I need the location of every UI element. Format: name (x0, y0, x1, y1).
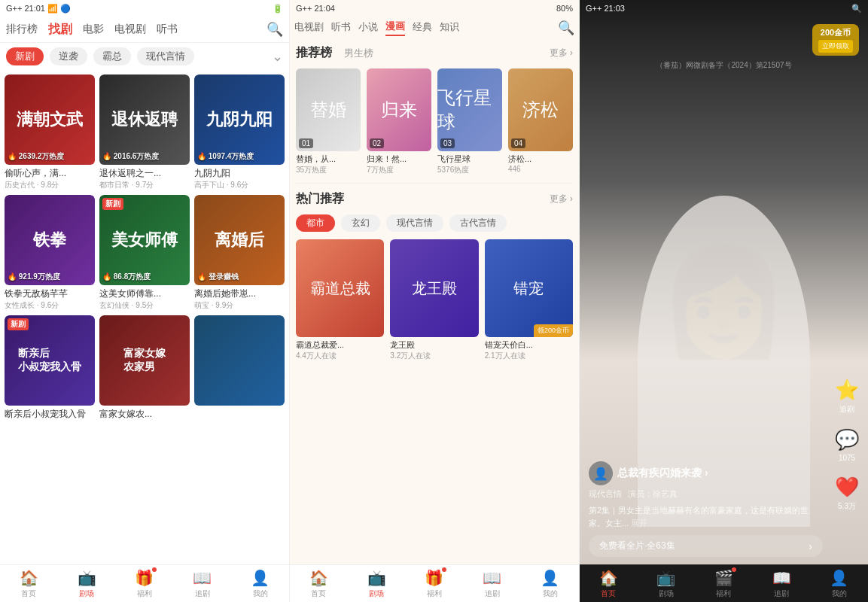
p2-manga-4[interactable]: 济松 04 济松... 446 (508, 68, 573, 175)
p1-bnav-mine[interactable]: 👤 我的 (231, 569, 289, 599)
p1-card-5-cover: 新剧 美女师傅 🔥 86.8万热度 (99, 195, 190, 285)
p1-card-4[interactable]: 铁拳 🔥 921.9万热度 铁拳无敌杨芊芊 女性成长 · 9.6分 (5, 195, 95, 311)
p1-card-1[interactable]: 满朝文武 🔥 2639.2万热度 偷听心声，满... 历史古代 · 9.8分 (5, 74, 95, 190)
p3-gold-claim-btn[interactable]: 立即领取 (818, 40, 853, 53)
p3-bnav-theater-label: 剧场 (659, 588, 674, 599)
p3-bnav-theater[interactable]: 📺 剧场 (638, 569, 696, 599)
p1-nav-listen[interactable]: 听书 (157, 23, 178, 36)
p2-bnav-home[interactable]: 🏠 首页 (290, 569, 348, 599)
p2-nav-novel[interactable]: 小说 (358, 20, 378, 35)
p1-card-2[interactable]: 退休返聘 🔥 2016.6万热度 退休返聘之一... 都市日常 · 9.7分 (99, 74, 190, 190)
p3-action-follow[interactable]: ⭐ 追剧 (835, 379, 859, 415)
p2-chip-dushi[interactable]: 都市 (296, 214, 335, 232)
p2-bnav-theater-label: 剧场 (369, 588, 384, 599)
p2-chip-romance[interactable]: 现代言情 (386, 214, 443, 232)
p1-bnav-follow[interactable]: 📖 追剧 (173, 569, 231, 599)
p1-filter-romance[interactable]: 现代言情 (137, 47, 194, 65)
p2-hot-3[interactable]: 错宠 领200金币 错宠天价白... 2.1万人在读 (485, 239, 573, 361)
p3-bnav-follow[interactable]: 📖 追剧 (753, 569, 811, 599)
p1-bt-icon: 🔵 (60, 4, 71, 14)
p1-nav-bar: 排行榜 找剧 电影 电视剧 听书 🔍 (0, 17, 289, 43)
p1-card-9[interactable] (194, 315, 285, 421)
p2-bnav-follow[interactable]: 📖 追剧 (463, 569, 521, 599)
p1-nav-movie[interactable]: 电影 (83, 23, 104, 36)
p2-nav-tvshow[interactable]: 电视剧 (294, 20, 324, 35)
p1-search-icon[interactable]: 🔍 (266, 21, 283, 38)
p2-bnav-theater[interactable]: 📺 剧场 (348, 569, 406, 599)
p3-tag-genre: 现代言情 (589, 488, 622, 500)
p1-card-5[interactable]: 新剧 美女师傅 🔥 86.8万热度 这美女师傅靠... 玄幻仙侠 · 9.5分 (99, 195, 190, 311)
p2-manga-4-heat: 446 (508, 165, 573, 173)
p2-hot-1[interactable]: 霸道总裁 霸道总裁爱... 4.4万人在读 (296, 239, 384, 361)
p3-search-icon[interactable]: 🔍 (851, 4, 862, 14)
p1-filter-bazu[interactable]: 霸总 (93, 47, 131, 65)
p2-nav-bar: 电视剧 听书 小说 漫画 经典 知识 🔍 (290, 17, 579, 39)
p1-bnav-theater[interactable]: 📺 剧场 (58, 569, 116, 599)
p1-filter-more-icon[interactable]: ⌄ (272, 48, 283, 65)
p2-manga-2[interactable]: 归来 02 归来！然... 7万热度 (367, 68, 431, 175)
p3-desc-expand[interactable]: 展开 (631, 518, 647, 528)
p3-gold-badge[interactable]: 200金币 立即领取 (812, 24, 859, 56)
p2-bnav-welfare[interactable]: 🎁 福利 (406, 569, 464, 599)
p3-time: G++ 21:03 (586, 4, 625, 13)
p3-bnav-mine-label: 我的 (832, 588, 847, 599)
p1-bnav-welfare[interactable]: 🎁 福利 (116, 569, 174, 599)
p2-chip-xuanhuan[interactable]: 玄幻 (341, 214, 380, 232)
p2-bnav-mine[interactable]: 👤 我的 (521, 569, 579, 599)
p1-card-6[interactable]: 离婚后 🔥 登录赚钱 离婚后她带崽... 萌宝 · 9.9分 (194, 195, 285, 311)
p1-nav-findshow[interactable]: 找剧 (48, 22, 72, 38)
p3-welfare-icon: 🎬 (714, 569, 733, 587)
p2-welfare-icon: 🎁 (425, 569, 443, 587)
p2-recommend-tab[interactable]: 男生榜 (344, 47, 373, 60)
p1-card-8[interactable]: 富家女嫁农家男 富家女嫁农... (99, 315, 190, 421)
p2-nav-knowledge[interactable]: 知识 (440, 20, 459, 35)
p2-manga-3[interactable]: 飞行星球 03 飞行星球 5376热度 (437, 68, 502, 175)
p1-status-right: 🔋 (273, 4, 283, 14)
p2-hot-3-title: 错宠天价白... (485, 339, 573, 351)
p2-manga-1-cover: 替婚 01 (296, 68, 361, 151)
p3-bnav-welfare[interactable]: 🎬 福利 (695, 569, 753, 599)
p1-nav-rank[interactable]: 排行榜 (6, 23, 38, 36)
p2-nav-listen[interactable]: 听书 (331, 20, 351, 35)
p3-status-bar: G++ 21:03 🔍 (580, 0, 868, 17)
p3-bnav-mine[interactable]: 👤 我的 (810, 569, 868, 599)
p3-watch-btn[interactable]: 免费看全片·全63集 › (589, 535, 823, 557)
p1-bnav-theater-label: 剧场 (79, 588, 94, 599)
p1-bnav-home[interactable]: 🏠 首页 (0, 569, 58, 599)
p3-bnav-home-label: 首页 (601, 588, 616, 599)
p2-home-icon: 🏠 (309, 569, 328, 587)
p3-desc-text: 第2集｜男女主是当地赫赫有名的富豪家庭，这是有联姻的世家。女主... (589, 506, 809, 528)
p3-bnav-follow-label: 追剧 (774, 588, 789, 599)
p1-nav-tvshow[interactable]: 电视剧 (114, 23, 146, 36)
p2-follow-icon: 📖 (483, 569, 501, 587)
p2-chip-ancient[interactable]: 古代言情 (449, 214, 507, 232)
p2-recommend-more[interactable]: 更多 › (550, 47, 573, 59)
p2-divider (296, 183, 573, 184)
p3-action-comment[interactable]: 💬 1075 (835, 428, 859, 462)
p2-manga-1[interactable]: 替婚 01 替婚，从... 35万热度 (296, 68, 361, 175)
p1-card-3-cover: 九阴九阳 🔥 1097.4万热度 (194, 74, 285, 165)
p1-filter-counter[interactable]: 逆袭 (50, 47, 87, 65)
p1-filter-new[interactable]: 新剧 (6, 47, 44, 65)
p1-card-7-cover: 新剧 断亲后小叔宠我入骨 (5, 315, 95, 406)
p1-card-2-cover: 退休返聘 🔥 2016.6万热度 (99, 74, 190, 165)
p2-search-icon[interactable]: 🔍 (558, 20, 574, 36)
p2-recommend-header: 推荐榜 男生榜 更多 › (296, 45, 573, 61)
p1-content-grid: 满朝文武 🔥 2639.2万热度 偷听心声，满... 历史古代 · 9.8分 退… (0, 70, 289, 564)
p1-card-8-title: 富家女嫁农... (99, 408, 190, 421)
p3-show-name[interactable]: 总裁有疾闪婚来袭 › (617, 467, 708, 480)
p2-manga-3-heat: 5376热度 (437, 165, 502, 175)
p1-card-3[interactable]: 九阴九阳 🔥 1097.4万热度 九阴九阳 高手下山 · 9.6分 (194, 74, 285, 190)
p2-hot-more[interactable]: 更多 › (550, 193, 573, 205)
p3-action-like[interactable]: ❤️ 5.3万 (835, 476, 859, 512)
p2-manga-2-heat: 7万热度 (367, 165, 431, 175)
p2-nav-classic[interactable]: 经典 (413, 20, 432, 35)
panel-3: 👩 G++ 21:03 🔍 （番茄）网微剧备字（2024）第21507号 200… (580, 0, 868, 602)
p3-right-actions: ⭐ 追剧 💬 1075 ❤️ 5.3万 (835, 379, 859, 512)
p1-card-7[interactable]: 新剧 断亲后小叔宠我入骨 断亲后小叔宠我入骨 (5, 315, 95, 421)
p2-manga-1-title: 替婚，从... (296, 154, 361, 165)
p1-card-4-heat: 🔥 921.9万热度 (8, 272, 60, 282)
p3-bnav-home[interactable]: 🏠 首页 (580, 569, 638, 599)
p2-nav-manga[interactable]: 漫画 (385, 20, 405, 36)
p2-hot-2[interactable]: 龙王殿 龙王殿 3.2万人在读 (390, 239, 478, 361)
